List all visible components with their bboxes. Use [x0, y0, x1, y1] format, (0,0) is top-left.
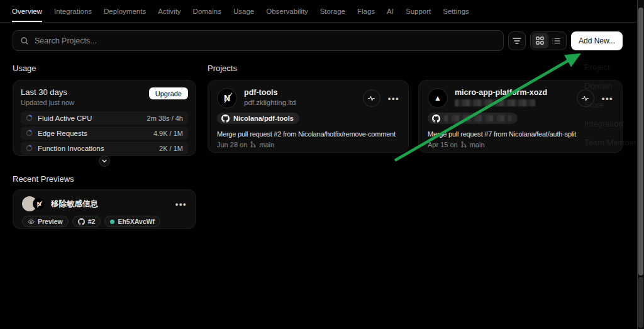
top-nav: Overview Integrations Deployments Activi… — [0, 0, 644, 23]
tab-domains[interactable]: Domains — [193, 0, 221, 22]
eye-icon — [28, 219, 35, 225]
usage-row-value: 2m 38s / 4h — [147, 114, 183, 122]
git-branch-icon — [460, 141, 467, 148]
upgrade-button[interactable]: Upgrade — [149, 87, 188, 99]
progress-ring-icon — [26, 145, 33, 152]
ghost-menu-item: Project — [584, 58, 636, 77]
activity-icon — [581, 94, 589, 103]
window-scrollbar — [637, 0, 644, 329]
n-slash-logo-icon: N — [224, 94, 230, 103]
tab-usage[interactable]: Usage — [233, 0, 254, 22]
branch-name: main — [259, 141, 274, 148]
usage-row-value: 2K / 1M — [159, 145, 183, 152]
view-toggle — [530, 31, 567, 50]
scrollbar-thumb[interactable] — [638, 8, 643, 276]
project-card-pdf-tools[interactable]: N pdf-tools pdf.zklighting.ltd ••• Nicol… — [208, 80, 409, 153]
tab-activity[interactable]: Activity — [158, 0, 180, 22]
usage-row-cpu[interactable]: Fluid Active CPU 2m 38s / 4h — [21, 111, 188, 125]
project-avatar: ▲ — [428, 88, 448, 108]
status-dot-icon — [110, 220, 114, 224]
project-name: micro-app-platform-xozd — [455, 88, 570, 97]
badge-label: #2 — [88, 218, 96, 225]
tab-flags[interactable]: Flags — [357, 0, 375, 22]
tab-settings[interactable]: Settings — [443, 0, 469, 22]
usage-row-function-invocations[interactable]: Function Invocations 2K / 1M — [21, 142, 188, 155]
badge-label: Eh5XAvcWf — [118, 218, 155, 225]
search-icon — [20, 36, 29, 45]
commit-date: Apr 15 on — [428, 141, 458, 148]
toolbar: Add New... — [13, 30, 623, 51]
deployment-id-badge[interactable]: Eh5XAvcWf — [104, 216, 160, 227]
usage-expand-button[interactable] — [99, 155, 110, 167]
tab-overview[interactable]: Overview — [12, 0, 42, 22]
branch-name: main — [470, 141, 485, 148]
project-name: pdf-tools — [244, 88, 356, 97]
repo-badge-label: Nicolana/pdf-tools — [233, 114, 294, 122]
project-avatar: N — [217, 88, 237, 108]
filter-icon — [513, 37, 521, 45]
filter-button[interactable] — [508, 31, 526, 50]
grid-icon — [536, 36, 544, 45]
scrollbar-track — [638, 277, 643, 328]
tab-storage[interactable]: Storage — [320, 0, 345, 22]
tab-ai[interactable]: AI — [387, 0, 394, 22]
preview-badge[interactable]: Preview — [22, 216, 69, 227]
github-icon — [432, 114, 440, 123]
commit-date: Jun 28 on — [217, 141, 247, 148]
usage-card[interactable]: Last 30 days Updated just now Upgrade Fl… — [13, 80, 196, 156]
chevron-down-icon — [102, 159, 107, 163]
badge-label: Preview — [38, 218, 63, 225]
project-menu-button[interactable]: ••• — [602, 94, 613, 103]
recent-previews-heading: Recent Previews — [13, 174, 74, 184]
pr-number-badge[interactable]: #2 — [72, 216, 101, 227]
latest-commit-message: Merge pull request #2 from Nicolana/hotf… — [217, 130, 399, 138]
grid-view-button[interactable] — [532, 33, 548, 48]
tab-observability[interactable]: Observability — [266, 0, 308, 22]
preview-title: 移除敏感信息 — [51, 199, 175, 209]
github-icon — [78, 218, 85, 225]
activity-icon — [367, 94, 375, 103]
project-menu-button[interactable]: ••• — [388, 94, 399, 103]
tab-deployments[interactable]: Deployments — [104, 0, 146, 22]
usage-row-value: 4.9K / 1M — [153, 130, 183, 137]
usage-period: Last 30 days — [21, 87, 74, 97]
vercel-dashboard: Overview Integrations Deployments Activi… — [0, 0, 644, 329]
github-icon — [221, 114, 230, 123]
progress-ring-icon — [26, 114, 33, 121]
preview-card[interactable]: N 移除敏感信息 ••• Preview #2 Eh5XAvcWf — [13, 189, 196, 229]
activity-pulse-button[interactable] — [577, 89, 594, 107]
tab-support[interactable]: Support — [406, 0, 431, 22]
repo-badge[interactable]: Nicolana/pdf-tools — [217, 113, 299, 124]
preview-menu-button[interactable]: ••• — [175, 200, 187, 208]
project-domain[interactable]: pdf.zklighting.ltd — [244, 99, 356, 106]
search-input[interactable] — [35, 36, 496, 45]
usage-row-edge-requests[interactable]: Edge Requests 4.9K / 1M — [21, 126, 188, 140]
add-new-button[interactable]: Add New... — [571, 31, 623, 50]
vercel-triangle-icon: ▲ — [434, 94, 441, 102]
activity-pulse-button[interactable] — [363, 89, 380, 107]
n-slash-logo-badge: N — [33, 198, 45, 210]
usage-row-label: Edge Requests — [38, 130, 148, 137]
usage-row-label: Function Invocations — [38, 145, 154, 152]
list-icon — [552, 37, 560, 45]
search-box — [13, 30, 504, 51]
projects-heading: Projects — [208, 64, 237, 73]
tab-integrations[interactable]: Integrations — [54, 0, 92, 22]
list-view-button[interactable] — [548, 33, 565, 48]
usage-row-label: Fluid Active CPU — [38, 114, 142, 122]
project-card-micro-app-platform[interactable]: ▲ micro-app-platform-xozd ••• Merge pull… — [418, 80, 623, 153]
latest-commit-message: Merge pull request #7 from Nicolana/feat… — [428, 130, 613, 138]
project-domain-redacted[interactable] — [455, 99, 570, 106]
git-branch-icon — [250, 141, 257, 148]
progress-ring-icon — [26, 130, 33, 137]
usage-heading: Usage — [13, 64, 36, 73]
repo-badge-redacted[interactable] — [428, 113, 518, 124]
usage-updated: Updated just now — [21, 99, 74, 106]
